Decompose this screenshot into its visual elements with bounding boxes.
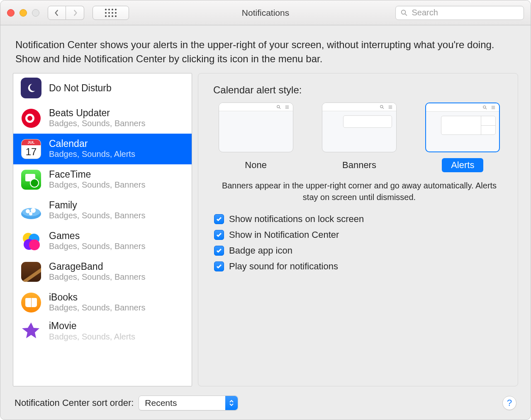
search-mini-icon bbox=[482, 105, 487, 110]
search-mini-icon bbox=[276, 105, 281, 110]
list-item-sub: Badges, Sounds, Alerts bbox=[49, 149, 135, 159]
list-item-sub: Badges, Sounds, Banners bbox=[49, 241, 145, 252]
detail-heading: Calendar alert style: bbox=[213, 84, 505, 96]
list-item-calendar[interactable]: JUL 17 Calendar Badges, Sounds, Alerts bbox=[13, 134, 192, 164]
stepper-icon bbox=[225, 396, 238, 410]
check-label: Show in Notification Center bbox=[229, 230, 339, 240]
list-mini-icon bbox=[388, 105, 393, 110]
moon-icon bbox=[21, 78, 41, 98]
calendar-icon-month: JUL bbox=[22, 139, 41, 145]
list-mini-icon bbox=[285, 105, 290, 110]
back-button[interactable] bbox=[48, 6, 66, 20]
list-item-ibooks[interactable]: iBooks Badges, Sounds, Banners bbox=[13, 287, 192, 318]
list-item-label: iMovie bbox=[49, 320, 135, 331]
list-item-do-not-disturb[interactable]: Do Not Disturb bbox=[13, 73, 192, 103]
list-item-sub: Badges, Sounds, Banners bbox=[49, 303, 145, 313]
list-item-label: FaceTime bbox=[49, 169, 145, 180]
chevron-right-icon bbox=[72, 9, 78, 17]
calendar-icon-day: 17 bbox=[22, 145, 41, 159]
list-item-sub: Badges, Sounds, Banners bbox=[49, 118, 145, 129]
alert-style-alerts[interactable]: Alerts bbox=[425, 103, 500, 172]
checkbox-icon bbox=[214, 246, 224, 256]
games-icon bbox=[21, 231, 41, 252]
svg-point-11 bbox=[277, 105, 279, 107]
chevron-left-icon bbox=[54, 9, 60, 17]
svg-line-17 bbox=[382, 107, 384, 109]
footer: Notification Center sort order: Recents … bbox=[0, 386, 531, 420]
show-all-button[interactable] bbox=[93, 6, 129, 20]
search-icon bbox=[401, 9, 407, 17]
detail-pane: Calendar alert style: None bbox=[198, 73, 518, 386]
family-icon bbox=[21, 200, 41, 221]
list-item-sub: Badges, Sounds, Banners bbox=[49, 180, 145, 190]
checkbox-icon bbox=[214, 214, 224, 224]
preferences-window: Notifications Notification Center shows … bbox=[0, 0, 531, 420]
sort-order-label: Notification Center sort order: bbox=[15, 398, 134, 408]
list-item-games[interactable]: Games Badges, Sounds, Banners bbox=[13, 226, 192, 256]
checkbox-icon bbox=[214, 261, 224, 271]
svg-point-5 bbox=[31, 208, 36, 213]
list-item-imovie[interactable]: iMovie Badges, Sounds, Alerts bbox=[13, 318, 192, 346]
main-content: Do Not Disturb Beats Updater Badges, Sou… bbox=[0, 73, 531, 386]
forward-button[interactable] bbox=[66, 6, 84, 20]
style-description: Banners appear in the upper-right corner… bbox=[213, 180, 505, 203]
help-button[interactable]: ? bbox=[502, 396, 516, 410]
preview-alerts bbox=[425, 103, 500, 152]
search-mini-icon bbox=[380, 105, 385, 110]
close-button[interactable] bbox=[7, 9, 15, 17]
svg-point-10 bbox=[29, 239, 40, 250]
list-item-label: Beats Updater bbox=[49, 107, 145, 118]
checkbox-icon bbox=[214, 230, 224, 240]
imovie-icon bbox=[21, 320, 41, 341]
list-item-sub: Badges, Sounds, Banners bbox=[49, 210, 145, 221]
check-sound[interactable]: Play sound for notifications bbox=[214, 261, 505, 272]
list-item-beats-updater[interactable]: Beats Updater Badges, Sounds, Banners bbox=[13, 103, 192, 134]
checkbox-group: Show notifications on lock screen Show i… bbox=[213, 214, 505, 272]
list-item-facetime[interactable]: FaceTime Badges, Sounds, Banners bbox=[13, 164, 192, 195]
list-item-label: GarageBand bbox=[49, 261, 145, 272]
ibooks-icon bbox=[21, 292, 41, 313]
beats-icon bbox=[21, 108, 41, 129]
list-item-label: Family bbox=[49, 200, 145, 210]
list-item-family[interactable]: Family Badges, Sounds, Banners bbox=[13, 195, 192, 226]
check-label: Show notifications on lock screen bbox=[229, 214, 364, 225]
svg-line-22 bbox=[486, 108, 487, 109]
check-lock-screen[interactable]: Show notifications on lock screen bbox=[214, 214, 505, 225]
list-mini-icon bbox=[491, 105, 496, 110]
svg-line-1 bbox=[405, 14, 407, 15]
style-label-alerts: Alerts bbox=[442, 158, 483, 172]
facetime-icon bbox=[21, 169, 41, 190]
list-item-garageband[interactable]: GarageBand Badges, Sounds, Banners bbox=[13, 256, 192, 287]
alert-style-banners[interactable]: Banners bbox=[322, 103, 397, 172]
preview-banners bbox=[322, 103, 397, 152]
app-list[interactable]: Do Not Disturb Beats Updater Badges, Sou… bbox=[13, 73, 192, 386]
garageband-icon bbox=[21, 261, 41, 282]
search-input[interactable] bbox=[411, 7, 519, 18]
grid-icon bbox=[105, 9, 117, 17]
dropdown-value: Recents bbox=[145, 398, 177, 408]
zoom-button[interactable] bbox=[32, 9, 39, 17]
window-controls bbox=[7, 9, 39, 17]
list-item-sub: Badges, Sounds, Alerts bbox=[49, 332, 135, 342]
check-notification-center[interactable]: Show in Notification Center bbox=[214, 230, 505, 240]
svg-line-12 bbox=[279, 107, 280, 109]
list-item-label: Games bbox=[49, 230, 145, 241]
list-item-label: Calendar bbox=[49, 138, 135, 149]
titlebar: Notifications bbox=[0, 0, 531, 25]
minimize-button[interactable] bbox=[19, 9, 27, 17]
svg-point-0 bbox=[402, 10, 406, 14]
preview-none bbox=[219, 103, 293, 152]
style-label-none: None bbox=[236, 158, 276, 172]
intro-text: Notification Center shows your alerts in… bbox=[0, 25, 531, 73]
svg-point-6 bbox=[29, 212, 32, 215]
sort-order-dropdown[interactable]: Recents bbox=[139, 396, 238, 410]
search-field[interactable] bbox=[395, 6, 524, 20]
check-label: Badge app icon bbox=[229, 245, 292, 256]
nav-buttons bbox=[48, 6, 84, 20]
check-label: Play sound for notifications bbox=[229, 261, 338, 272]
style-label-banners: Banners bbox=[333, 158, 385, 172]
check-badge[interactable]: Badge app icon bbox=[214, 245, 505, 256]
list-item-label: Do Not Disturb bbox=[49, 83, 112, 93]
alert-style-none[interactable]: None bbox=[219, 103, 293, 172]
list-item-label: iBooks bbox=[49, 292, 145, 303]
